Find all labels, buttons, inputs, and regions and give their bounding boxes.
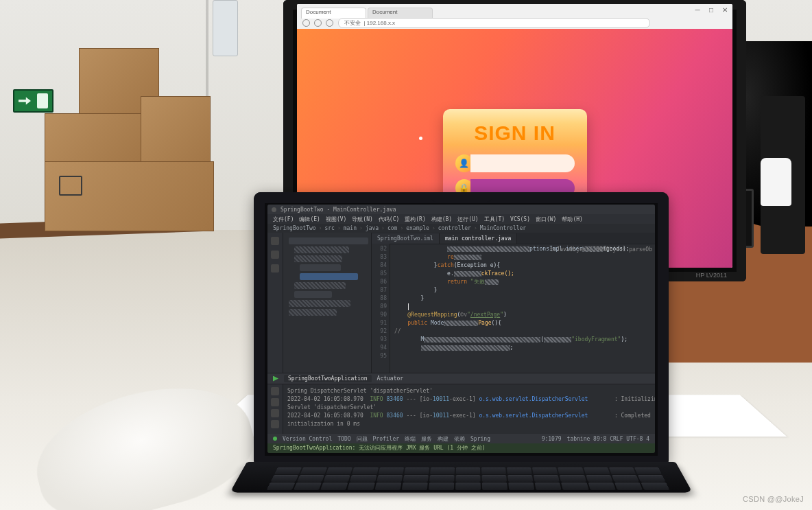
git-status-icon[interactable]	[273, 437, 277, 441]
minimize-icon[interactable]: ─	[694, 7, 701, 14]
status-item[interactable]: TODO	[337, 436, 350, 442]
status-item[interactable]: 问题	[357, 435, 368, 443]
status-item[interactable]: tabnine 89:8 CRLF UTF-8 4	[567, 436, 649, 442]
editor-tab-active[interactable]: main controller.java	[440, 233, 517, 244]
menu-item[interactable]: 运行(U)	[457, 216, 478, 223]
key[interactable]	[294, 483, 322, 490]
key[interactable]	[535, 483, 562, 490]
status-item[interactable]: Profiler	[373, 436, 400, 442]
rerun-icon[interactable]	[271, 387, 279, 395]
console-output[interactable]: Spring DispatcherServlet 'dispatcherServ…	[283, 384, 655, 434]
key[interactable]	[614, 483, 643, 490]
status-item[interactable]: 依赖	[454, 435, 465, 443]
key[interactable]	[326, 467, 353, 474]
down-icon[interactable]	[271, 409, 279, 417]
menu-item[interactable]: 重构(R)	[405, 216, 425, 223]
crumb[interactable]: example	[406, 225, 429, 231]
tree-node[interactable]	[289, 237, 368, 244]
menu-item[interactable]: 构建(B)	[431, 216, 452, 223]
key[interactable]	[350, 475, 377, 482]
status-item[interactable]: 终端	[405, 435, 416, 443]
key[interactable]	[456, 467, 481, 474]
tree-node[interactable]	[300, 264, 341, 271]
key[interactable]	[481, 475, 507, 482]
key[interactable]	[612, 475, 639, 482]
tree-node[interactable]	[294, 246, 349, 253]
status-item[interactable]: 9:1079	[542, 436, 562, 442]
code-content[interactable]: ptionsImpl.inser(goods); re }catch(Excep…	[390, 244, 655, 374]
key[interactable]	[324, 475, 350, 482]
username-field[interactable]: 👤	[455, 154, 575, 172]
crumb[interactable]: controller	[438, 225, 471, 231]
key[interactable]	[377, 475, 403, 482]
project-tree[interactable]	[283, 233, 372, 374]
event-log-hint[interactable]: SpringBootTwoApplication: 无法访问应用程序 JMX 服…	[267, 443, 655, 453]
tree-node[interactable]	[294, 255, 342, 262]
menu-item[interactable]: 代码(C)	[379, 216, 399, 223]
tree-node-selected[interactable]	[300, 273, 358, 280]
key[interactable]	[320, 483, 348, 490]
forward-icon[interactable]	[314, 19, 322, 27]
key[interactable]	[267, 483, 296, 490]
crumb[interactable]: SpringBootTwo	[273, 225, 316, 231]
crumb[interactable]: java	[366, 225, 379, 231]
key[interactable]	[378, 467, 403, 474]
menu-item[interactable]: VCS(S)	[510, 216, 530, 222]
code-editor[interactable]: @ResponseBody SpringBootTwo.iml main con…	[372, 233, 655, 374]
key[interactable]	[274, 467, 302, 474]
address-bar[interactable]: 不安全 | 192.168.x.x	[338, 18, 650, 28]
reload-icon[interactable]	[326, 19, 333, 27]
key[interactable]	[353, 467, 379, 474]
status-item[interactable]: Version Control	[283, 436, 332, 442]
key[interactable]	[300, 467, 327, 474]
browser-tab[interactable]: Document	[301, 8, 366, 19]
key[interactable]	[297, 475, 324, 482]
tool-icon[interactable]	[271, 237, 279, 245]
menu-item[interactable]: 编辑(E)	[299, 216, 320, 223]
key[interactable]	[430, 467, 455, 474]
key[interactable]	[508, 475, 533, 482]
run-icon[interactable]	[273, 376, 278, 382]
key[interactable]	[588, 483, 615, 490]
key[interactable]	[401, 483, 427, 490]
status-item[interactable]: 服务	[421, 435, 432, 443]
run-config[interactable]: SpringBootTwoApplication	[284, 375, 372, 382]
status-item[interactable]: Spring	[470, 436, 490, 442]
status-item[interactable]: 构建	[438, 435, 449, 443]
username-input[interactable]	[470, 154, 575, 172]
crumb[interactable]: main	[344, 225, 357, 231]
key[interactable]	[560, 475, 586, 482]
menu-item[interactable]: 帮助(H)	[562, 216, 582, 223]
crumb[interactable]: com	[387, 225, 397, 231]
keyboard[interactable]	[267, 467, 669, 490]
key[interactable]	[403, 475, 428, 482]
key[interactable]	[507, 467, 532, 474]
key[interactable]	[641, 483, 669, 490]
tree-node[interactable]	[289, 300, 350, 307]
key[interactable]	[586, 475, 612, 482]
key[interactable]	[508, 483, 534, 490]
tool-icon[interactable]	[271, 264, 279, 273]
key[interactable]	[558, 467, 584, 474]
menu-item[interactable]: 导航(N)	[352, 216, 372, 223]
key[interactable]	[482, 483, 508, 490]
key[interactable]	[429, 475, 455, 482]
key[interactable]	[609, 467, 636, 474]
key[interactable]	[348, 483, 375, 490]
key[interactable]	[455, 475, 480, 482]
key[interactable]	[481, 467, 506, 474]
menu-item[interactable]: 工具(T)	[484, 216, 505, 223]
key[interactable]	[532, 467, 558, 474]
key[interactable]	[404, 467, 429, 474]
menu-item[interactable]: 文件(F)	[273, 216, 294, 223]
tree-node[interactable]	[289, 309, 337, 316]
key[interactable]	[455, 483, 481, 490]
back-icon[interactable]	[302, 19, 310, 27]
menu-item[interactable]: 视图(V)	[326, 216, 346, 223]
key[interactable]	[634, 467, 662, 474]
browser-tab[interactable]: Document	[368, 8, 433, 19]
key[interactable]	[584, 467, 610, 474]
key[interactable]	[562, 483, 589, 490]
stop-icon[interactable]	[271, 398, 279, 406]
crumb[interactable]: src	[324, 225, 334, 231]
